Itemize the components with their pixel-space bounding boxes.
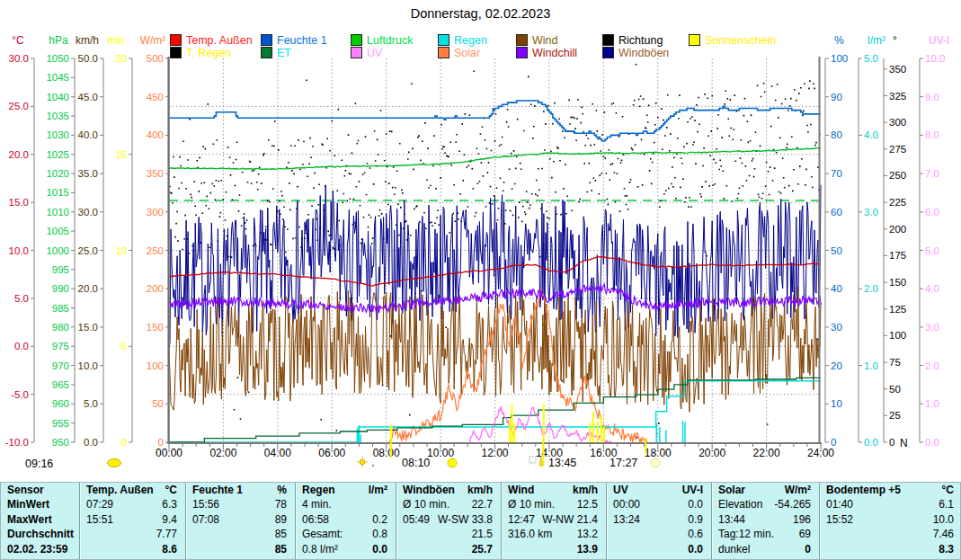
svg-text:1.0: 1.0 (925, 398, 939, 409)
stats-cell-label: 05:49 (403, 512, 430, 527)
x-tick-label: 04:00 (264, 447, 291, 459)
svg-text:5.0: 5.0 (864, 53, 878, 64)
svg-text:2.0: 2.0 (864, 283, 878, 294)
stats-cell-value: 6.3 (162, 497, 177, 511)
sensor-name: Solar (718, 483, 745, 497)
stats-cell-value: 9.4 (162, 512, 177, 527)
stats-cell-value: 0.0 (688, 497, 703, 511)
x-tick-label: 00:00 (156, 447, 182, 459)
svg-text:10: 10 (115, 245, 127, 256)
stats-row-label: Sensor (7, 483, 44, 497)
x-tick-label: 24:00 (807, 447, 834, 459)
svg-text:15.0: 15.0 (9, 197, 29, 208)
stats-col-uv: UVUV-I00:000.013:240.90.60.0 (606, 483, 711, 559)
stats-cell-label: 00:00 (613, 497, 640, 511)
svg-text:995: 995 (52, 264, 69, 275)
stats-col-feuchte-1: Feuchte 1%15:567807:08898585 (185, 483, 295, 559)
stats-cell-label: 15:52 (826, 512, 853, 527)
svg-text:25: 25 (889, 410, 901, 421)
svg-text:1.0: 1.0 (864, 360, 878, 371)
axis-kmh: 0.05.010.015.020.025.030.035.040.045.050… (76, 34, 103, 448)
svg-text:450: 450 (147, 92, 164, 102)
svg-text:20.0: 20.0 (9, 149, 29, 160)
svg-text:5.0: 5.0 (925, 245, 939, 256)
svg-text:1015: 1015 (46, 187, 69, 198)
stats-cell-label: 4 min. (302, 497, 332, 511)
svg-text:25.0: 25.0 (78, 245, 98, 256)
svg-text:400: 400 (147, 129, 164, 140)
svg-text:3.0: 3.0 (864, 207, 878, 218)
stats-cell-label: 13:24 (613, 512, 640, 527)
stats-cell-value: 0.2 (372, 512, 387, 527)
svg-text:325: 325 (889, 91, 906, 102)
svg-text:3.0: 3.0 (925, 322, 939, 333)
sensor-unit: l/m² (369, 483, 387, 497)
stats-cell-value: 22.7 (472, 497, 493, 511)
stats-row-labels: SensorMinWertMaxWertDurchschnitt02.02. 2… (1, 483, 79, 559)
svg-text:100: 100 (147, 360, 164, 371)
svg-text:1005: 1005 (46, 226, 69, 236)
stats-cell-label: dunkel (718, 542, 750, 556)
svg-text:-5.0: -5.0 (11, 389, 29, 400)
svg-text:70: 70 (831, 168, 842, 179)
svg-text:150: 150 (889, 277, 906, 288)
axis-unit-label: l/m² (868, 34, 885, 47)
stats-cell-value: 8.3 (939, 542, 954, 556)
svg-text:15: 15 (115, 149, 127, 160)
svg-text:1050: 1050 (46, 53, 69, 64)
sensor-unit: UV-I (682, 483, 703, 497)
svg-text:350: 350 (889, 64, 906, 75)
stats-cell-value: 25.7 (472, 542, 493, 556)
stats-cell-label: Ø 10 min. (403, 497, 449, 511)
axis-min: 05101520min (107, 34, 132, 448)
svg-text:1020: 1020 (46, 168, 69, 179)
svg-text:960: 960 (52, 398, 69, 409)
svg-text:10.0: 10.0 (78, 360, 98, 371)
axis-°: 0255075100125150175200225250275300325350… (884, 34, 908, 449)
axis-unit-label: hPa (49, 34, 68, 47)
compass-north-label: N (900, 437, 908, 449)
svg-text:45.0: 45.0 (78, 92, 98, 102)
svg-text:5.0: 5.0 (84, 398, 98, 409)
svg-text:4.0: 4.0 (925, 283, 939, 294)
svg-text:1040: 1040 (46, 92, 69, 102)
weather-station-day-view: Donnerstag, 02.02.2023 Temp. AußenFeucht… (0, 0, 961, 560)
stats-col-regen: Regenl/m²4 min.06:580.2Gesamt:0.80.8 l/m… (295, 483, 396, 559)
svg-text:300: 300 (889, 117, 906, 128)
svg-text:350: 350 (147, 168, 164, 179)
stats-cell-value: 89 (275, 512, 287, 527)
svg-text:30.0: 30.0 (9, 53, 29, 64)
svg-text:5.0: 5.0 (14, 293, 29, 304)
svg-text:1035: 1035 (46, 111, 69, 121)
stats-cell-value: 21.5 (472, 527, 493, 541)
stats-cell-value: 10.0 (933, 512, 954, 527)
svg-text:15.0: 15.0 (78, 322, 98, 333)
stats-cell-label: 07:08 (192, 512, 219, 527)
svg-text:200: 200 (147, 283, 164, 294)
svg-text:100: 100 (889, 330, 906, 341)
svg-text:300: 300 (147, 207, 164, 218)
stats-cell-label: 0.8 l/m² (302, 542, 338, 556)
svg-text:0: 0 (158, 437, 164, 448)
axis-unit-label: °C (12, 34, 24, 47)
axis-lm: 0.01.02.03.04.05.0l/m² (859, 34, 885, 448)
svg-text:0.0: 0.0 (84, 437, 98, 448)
svg-text:955: 955 (52, 418, 69, 429)
svg-text:0.0: 0.0 (14, 341, 29, 351)
sensor-name: Wind (508, 483, 534, 497)
svg-text:1000: 1000 (46, 245, 69, 256)
sensor-name: Windböen (403, 483, 455, 497)
stats-cell-value: 13.2 (577, 527, 598, 541)
svg-text:0: 0 (121, 437, 127, 448)
axis-unit-label: ° (893, 34, 897, 47)
stats-cell-value: 78 (275, 497, 287, 511)
sensor-unit: km/h (573, 483, 598, 497)
svg-text:1030: 1030 (46, 129, 69, 140)
svg-text:1045: 1045 (46, 72, 69, 83)
axis-%: 0102030405060708090100% (825, 34, 848, 448)
svg-text:40.0: 40.0 (78, 129, 98, 140)
sensor-name: Feuchte 1 (192, 483, 243, 497)
x-tick-label: 08:00 (373, 447, 400, 459)
svg-text:0: 0 (831, 437, 836, 448)
stats-cell-value: 7.46 (933, 527, 954, 541)
